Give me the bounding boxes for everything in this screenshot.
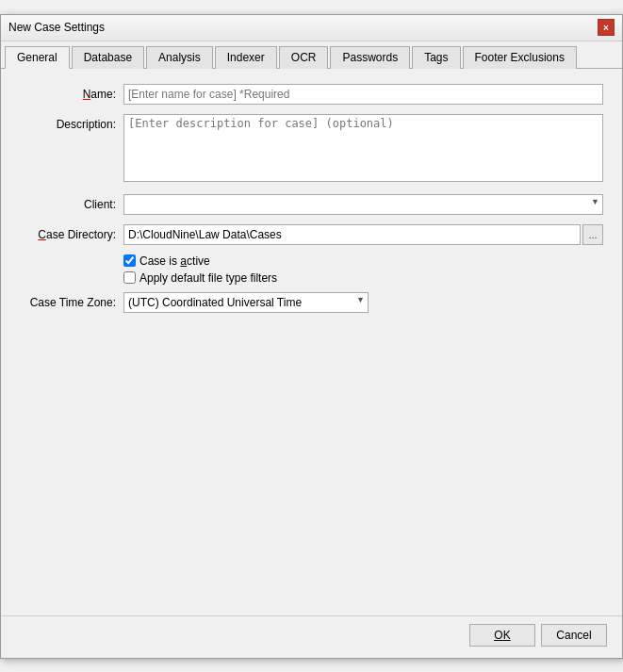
title-bar: New Case Settings × [1,15,622,41]
description-input[interactable] [123,114,603,182]
client-select-wrapper [123,194,603,215]
timezone-row: Case Time Zone: (UTC) Coordinated Univer… [20,292,603,313]
tab-passwords[interactable]: Passwords [330,46,410,69]
case-active-row: Case is active [123,254,603,268]
footer: OK Cancel [1,615,622,658]
name-input[interactable] [123,84,603,105]
apply-filters-label: Apply default file type filters [139,271,277,285]
description-row: Description: [20,114,603,185]
ok-button[interactable]: OK [469,624,535,647]
description-field-wrapper [123,114,603,185]
tab-indexer[interactable]: Indexer [215,46,277,69]
case-directory-row: Case Directory: ... [20,224,603,245]
cancel-button[interactable]: Cancel [541,624,607,647]
tab-tags[interactable]: Tags [412,46,460,69]
browse-button[interactable]: ... [582,224,603,245]
case-directory-label: Case Directory: [20,224,123,241]
name-label: Name: [20,84,123,101]
directory-controls: ... [123,224,603,245]
tab-bar: General Database Analysis Indexer OCR Pa… [1,41,622,69]
client-label: Client: [20,194,123,211]
name-row: Name: [20,84,603,105]
tab-general[interactable]: General [5,46,70,69]
content-area: Name: Description: Client: Ca [1,69,622,615]
tab-footer-exclusions[interactable]: Footer Exclusions [463,46,577,69]
apply-filters-row: Apply default file type filters [123,271,603,285]
timezone-label: Case Time Zone: [20,292,123,309]
case-active-checkbox[interactable] [123,254,136,267]
tab-analysis[interactable]: Analysis [146,46,213,69]
main-window: New Case Settings × General Database Ana… [0,14,623,659]
case-active-label: Case is active [139,254,210,268]
client-row: Client: [20,194,603,215]
window-title: New Case Settings [8,21,105,34]
tab-ocr[interactable]: OCR [279,46,329,69]
timezone-select[interactable]: (UTC) Coordinated Universal Time (UTC-05… [123,292,369,313]
apply-filters-checkbox[interactable] [123,271,136,284]
name-field-wrapper [123,84,603,105]
description-label: Description: [20,114,123,131]
timezone-select-wrapper: (UTC) Coordinated Universal Time (UTC-05… [123,292,369,313]
case-directory-input[interactable] [123,224,581,245]
tab-database[interactable]: Database [72,46,144,69]
close-button[interactable]: × [598,19,615,36]
client-select[interactable] [123,194,603,215]
